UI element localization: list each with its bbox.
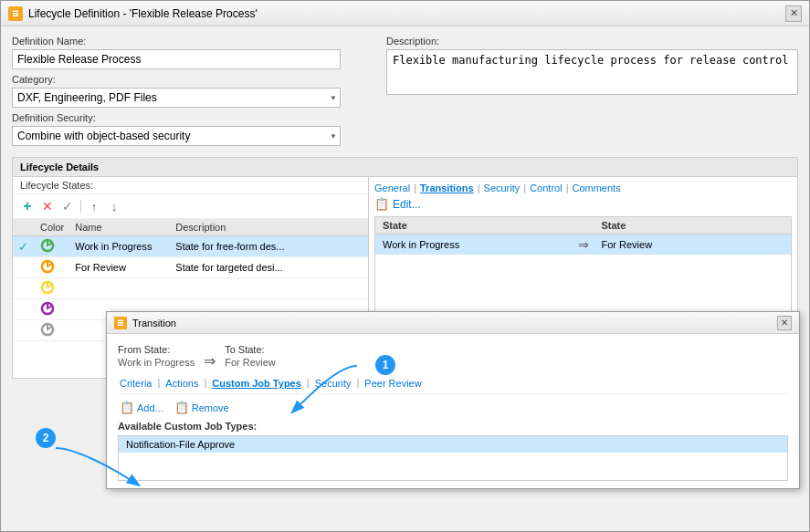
category-group: Category: DXF, Engineering, PDF Files: [12, 74, 368, 108]
svg-rect-7: [118, 319, 123, 321]
category-label: Category:: [12, 74, 368, 85]
description-label: Description:: [386, 36, 798, 47]
row-color: [35, 257, 69, 278]
tab-comments[interactable]: Comments: [572, 183, 620, 193]
sub-tab-criteria[interactable]: Criteria: [118, 377, 153, 390]
transition-close-button[interactable]: ✕: [777, 316, 792, 330]
app-icon: [8, 6, 23, 21]
from-state-value: Work in Progress: [118, 357, 195, 368]
lifecycle-details-header: Lifecycle Details: [13, 158, 797, 177]
col-name: Name: [69, 219, 170, 236]
from-state-group: From State: Work in Progress: [118, 344, 195, 368]
transition-icon: [114, 317, 127, 329]
def-security-select-container: Combine with object-based security: [12, 126, 341, 146]
transition-dialog: Transition ✕ From State: Work in Progres…: [106, 311, 800, 489]
tab-control[interactable]: Control: [530, 183, 562, 193]
tab-general[interactable]: General: [374, 183, 410, 193]
row-check: [13, 278, 35, 299]
to-state-cell: For Review: [594, 237, 792, 252]
row-description: State for free-form des...: [170, 236, 368, 257]
title-bar: Lifecycle Definition - 'Flexible Release…: [1, 1, 809, 26]
title-bar-left: Lifecycle Definition - 'Flexible Release…: [8, 6, 258, 21]
actions-toolbar: 📋 Add... 📋 Remove: [118, 400, 788, 415]
table-row[interactable]: For Review State for targeted desi...: [13, 257, 368, 278]
trans-title-left: Transition: [114, 317, 176, 329]
to-state-label: To State:: [225, 344, 276, 355]
tab-security[interactable]: Security: [484, 183, 521, 193]
row-check: ✓: [13, 236, 35, 257]
definition-security-select[interactable]: Combine with object-based security: [12, 126, 341, 146]
lifecycle-definition-dialog: Lifecycle Definition - 'Flexible Release…: [0, 0, 810, 532]
row-color: [35, 320, 69, 341]
move-up-button[interactable]: ↑: [85, 197, 103, 215]
states-header: Lifecycle States:: [13, 177, 368, 194]
transition-table-header: State State: [375, 217, 791, 235]
table-row[interactable]: ✓ Work in Progress Sta: [13, 236, 368, 257]
close-button[interactable]: ✕: [785, 5, 802, 22]
col-from-state: State: [375, 217, 573, 234]
row-check: [13, 299, 35, 320]
state-arrow-icon: ⇒: [204, 352, 216, 370]
right-column: Description: Flexible manufacturing life…: [386, 36, 798, 146]
transition-body: From State: Work in Progress ⇒ To State:…: [107, 334, 799, 488]
add-button-label: Add...: [137, 402, 163, 413]
window-title: Lifecycle Definition - 'Flexible Release…: [28, 7, 258, 20]
row-color: [35, 299, 69, 320]
category-select[interactable]: DXF, Engineering, PDF Files: [12, 88, 341, 108]
top-form-row: Definition Name: Category: DXF, Engineer…: [12, 36, 798, 146]
from-state-cell: Work in Progress: [375, 237, 573, 252]
from-to-row: From State: Work in Progress ⇒ To State:…: [118, 341, 788, 370]
sub-tab-custom-job-types[interactable]: Custom Job Types: [210, 377, 303, 390]
svg-rect-5: [118, 322, 123, 324]
col-check: [13, 219, 35, 236]
row-color: [35, 236, 69, 257]
remove-button[interactable]: 📋 Remove: [173, 400, 231, 415]
table-row[interactable]: [13, 278, 368, 299]
definition-name-label: Definition Name:: [12, 36, 368, 47]
definition-security-group: Definition Security: Combine with object…: [12, 112, 368, 146]
description-textarea[interactable]: Flexible manufacturing lifecycle process…: [386, 49, 798, 95]
col-color: Color: [35, 219, 69, 236]
description-group: Description: Flexible manufacturing life…: [386, 36, 798, 95]
col-description: Description: [170, 219, 368, 236]
definition-name-group: Definition Name:: [12, 36, 368, 69]
add-button[interactable]: 📋 Add...: [118, 400, 165, 415]
list-item[interactable]: Notification-File Approve: [119, 436, 787, 453]
available-list: Notification-File Approve: [118, 435, 788, 481]
row-color: [35, 278, 69, 299]
available-section-label: Available Custom Job Types:: [118, 421, 788, 432]
check-state-button[interactable]: ✓: [58, 197, 77, 215]
row-name: [69, 278, 170, 299]
badge-1: 1: [375, 355, 395, 375]
edit-icon: 📋: [374, 197, 389, 211]
arrow-cell: ⇒: [573, 237, 594, 252]
row-check: [13, 320, 35, 341]
add-icon: 📋: [120, 401, 134, 414]
transition-row[interactable]: Work in Progress ⇒ For Review: [375, 235, 791, 255]
row-name: For Review: [69, 257, 170, 278]
delete-state-button[interactable]: ✕: [38, 197, 57, 215]
sub-tab-security[interactable]: Security: [313, 377, 353, 390]
transition-title-bar: Transition ✕: [107, 312, 799, 334]
svg-rect-1: [13, 13, 18, 15]
definition-name-input[interactable]: [12, 49, 341, 69]
sub-tab-actions[interactable]: Actions: [163, 377, 200, 390]
category-select-container: DXF, Engineering, PDF Files: [12, 88, 341, 108]
edit-row: 📋 Edit...: [374, 197, 792, 211]
edit-button[interactable]: Edit...: [393, 198, 421, 211]
available-item-label: Notification-File Approve: [126, 439, 235, 450]
remove-button-label: Remove: [192, 402, 229, 413]
remove-icon: 📋: [174, 401, 189, 414]
row-check: [13, 257, 35, 278]
move-down-button[interactable]: ↓: [105, 197, 123, 215]
left-column: Definition Name: Category: DXF, Engineer…: [12, 36, 368, 146]
row-description: State for targeted desi...: [170, 257, 368, 278]
from-state-label: From State:: [118, 344, 195, 355]
add-state-button[interactable]: +: [18, 197, 37, 215]
toolbar-divider: [80, 200, 81, 213]
col-arrow: [573, 217, 594, 234]
tab-transitions[interactable]: Transitions: [420, 183, 474, 193]
states-toolbar: + ✕ ✓ ↑ ↓: [13, 194, 368, 219]
sub-tab-peer-review[interactable]: Peer Review: [363, 377, 423, 390]
svg-rect-3: [13, 10, 18, 12]
